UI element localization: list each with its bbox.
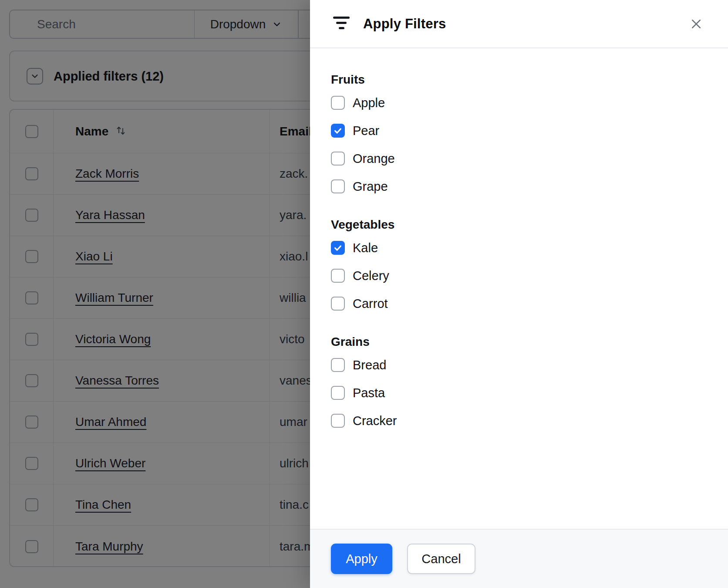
checkbox-checked-icon[interactable] xyxy=(331,241,345,255)
filter-option[interactable]: Orange xyxy=(331,145,395,172)
filter-option-label: Orange xyxy=(353,152,395,166)
filter-option-label: Bread xyxy=(353,358,386,372)
checkbox-unchecked[interactable] xyxy=(331,297,345,311)
filter-option-label: Cracker xyxy=(353,414,397,428)
panel-header: Apply Filters xyxy=(310,0,728,48)
apply-filters-panel: Apply Filters FruitsApplePearOrangeGrape… xyxy=(310,0,728,588)
checkbox-unchecked[interactable] xyxy=(331,414,345,428)
filter-option[interactable]: Cracker xyxy=(331,407,397,435)
panel-footer: Apply Cancel xyxy=(310,529,728,588)
apply-button[interactable]: Apply xyxy=(331,544,392,574)
checkbox-unchecked[interactable] xyxy=(331,358,345,372)
filter-option[interactable]: Bread xyxy=(331,351,386,379)
close-icon[interactable] xyxy=(689,17,704,31)
filter-section: GrainsBreadPastaCracker xyxy=(331,335,728,435)
filter-option-label: Pear xyxy=(353,124,379,138)
filter-option[interactable]: Apple xyxy=(331,89,385,117)
checkbox-checked-icon[interactable] xyxy=(331,124,345,138)
filter-option[interactable]: Celery xyxy=(331,262,389,290)
checkbox-unchecked[interactable] xyxy=(331,96,345,110)
filter-icon xyxy=(333,17,350,30)
filter-option-label: Carrot xyxy=(353,297,388,311)
filter-section: FruitsApplePearOrangeGrape xyxy=(331,73,728,200)
filter-option[interactable]: Grape xyxy=(331,172,388,200)
filter-option[interactable]: Pear xyxy=(331,117,379,145)
filter-sections: FruitsApplePearOrangeGrapeVegetablesKale… xyxy=(310,48,728,529)
filter-option-label: Apple xyxy=(353,96,385,110)
cancel-button[interactable]: Cancel xyxy=(407,544,475,574)
filter-option-label: Pasta xyxy=(353,386,385,400)
filter-option[interactable]: Pasta xyxy=(331,379,385,407)
filter-option-label: Celery xyxy=(353,269,389,283)
checkbox-unchecked[interactable] xyxy=(331,386,345,400)
filter-option-label: Kale xyxy=(353,241,378,255)
filter-section: VegetablesKaleCeleryCarrot xyxy=(331,218,728,318)
filter-option[interactable]: Kale xyxy=(331,234,378,262)
checkbox-unchecked[interactable] xyxy=(331,269,345,283)
section-heading: Fruits xyxy=(331,73,728,87)
screen: Dropdown Applied filters (12) Name xyxy=(0,0,728,588)
checkbox-unchecked[interactable] xyxy=(331,152,345,166)
section-heading: Vegetables xyxy=(331,218,728,232)
panel-title: Apply Filters xyxy=(363,16,446,32)
checkbox-unchecked[interactable] xyxy=(331,179,345,193)
section-heading: Grains xyxy=(331,335,728,349)
filter-option[interactable]: Carrot xyxy=(331,290,388,318)
filter-option-label: Grape xyxy=(353,179,388,194)
